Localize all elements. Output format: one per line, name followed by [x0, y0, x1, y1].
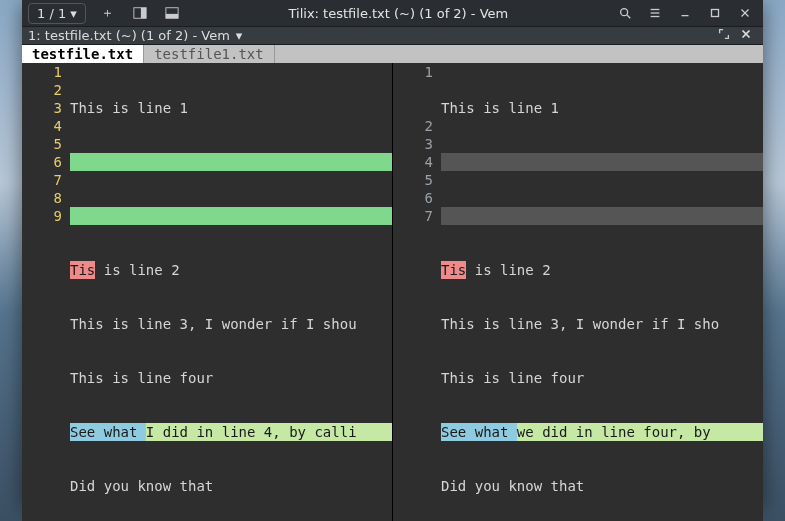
window-titlebar: 1 / 1 ▾ ＋ Tilix: testfile.txt (~) (1 of …: [22, 0, 763, 27]
close-pane-button[interactable]: [735, 27, 757, 44]
text-line: This is line 3, I wonder if I shou: [70, 315, 357, 333]
diff-removed-segment: Tis: [441, 261, 466, 279]
diff-added-line: [70, 153, 392, 171]
line-number: 5: [22, 135, 62, 153]
line-number: 4: [22, 117, 62, 135]
svg-point-4: [621, 9, 628, 16]
new-session-button[interactable]: ＋: [94, 0, 122, 26]
left-pane[interactable]: 1 2 3 4 5 6 7 8 9 This is line 1 Tis is …: [22, 63, 392, 521]
text-line: This is line 3, I wonder if I sho: [441, 315, 719, 333]
line-number: 7: [393, 207, 433, 225]
close-icon: [739, 27, 753, 41]
svg-line-5: [627, 15, 631, 19]
text-line: This is line four: [70, 369, 213, 387]
svg-rect-3: [166, 14, 178, 18]
line-number: 6: [22, 153, 62, 171]
line-number: 2: [393, 117, 433, 135]
diff-filler-line: [441, 207, 763, 225]
right-content[interactable]: This is line 1 Tis is line 2 This is lin…: [441, 63, 763, 521]
line-number: 4: [393, 153, 433, 171]
editor-area: testfile.txt testfile1.txt 1 2 3 4 5 6 7…: [22, 45, 763, 521]
buffer-tab-active[interactable]: testfile.txt: [22, 45, 144, 63]
right-gutter: 1 2 3 4 5 6 7: [393, 63, 441, 521]
line-number: 9: [22, 207, 62, 225]
close-window-button[interactable]: [731, 0, 759, 26]
minimize-button[interactable]: [671, 0, 699, 26]
diff-changed-segment: See what: [441, 423, 517, 441]
diff-changed-segment: we did in line four, by: [517, 423, 763, 441]
terminal-tab-label[interactable]: 1: testfile.txt (~) (1 of 2) - Vem: [28, 28, 230, 43]
session-count: 1 / 1: [37, 6, 66, 21]
buffer-tab-inactive[interactable]: testfile1.txt: [144, 45, 275, 63]
plus-icon: ＋: [101, 4, 114, 22]
diff-filler-line: [441, 153, 763, 171]
terminal-window: 1 / 1 ▾ ＋ Tilix: testfile.txt (~) (1 of …: [22, 0, 763, 505]
buffer-tab-label: testfile.txt: [32, 45, 133, 63]
text-line: is line 2: [95, 261, 179, 279]
buffer-tab-label: testfile1.txt: [154, 45, 264, 63]
text-line: Did you know that: [441, 477, 584, 495]
text-line: is line 2: [466, 261, 550, 279]
text-line: This is line 1: [441, 99, 559, 117]
maximize-icon: [708, 6, 722, 20]
minimize-icon: [678, 6, 692, 20]
split-panes: 1 2 3 4 5 6 7 8 9 This is line 1 Tis is …: [22, 63, 763, 521]
right-pane[interactable]: 1 2 3 4 5 6 7 This is line 1 Tis is line…: [392, 63, 763, 521]
line-number: 5: [393, 171, 433, 189]
close-icon: [738, 6, 752, 20]
svg-rect-1: [141, 8, 146, 19]
line-number: 3: [393, 135, 433, 153]
left-content[interactable]: This is line 1 Tis is line 2 This is lin…: [70, 63, 392, 521]
diff-added-line: [70, 207, 392, 225]
maximize-pane-button[interactable]: [713, 27, 735, 44]
diff-removed-segment: Tis: [70, 261, 95, 279]
expand-icon: [717, 27, 731, 41]
line-number: [393, 81, 433, 99]
text-line: This is line 1: [70, 99, 188, 117]
line-number: 6: [393, 189, 433, 207]
buffer-tab-filler: [275, 45, 763, 63]
chevron-down-icon: ▾: [70, 6, 77, 21]
split-down-icon: [165, 6, 179, 20]
split-down-button[interactable]: [158, 0, 186, 26]
session-selector[interactable]: 1 / 1 ▾: [28, 3, 86, 24]
left-gutter: 1 2 3 4 5 6 7 8 9: [22, 63, 70, 521]
line-number: [393, 99, 433, 117]
text-line: This is line four: [441, 369, 584, 387]
chevron-down-icon[interactable]: ▾: [236, 28, 243, 43]
line-number: 2: [22, 81, 62, 99]
line-number: 1: [22, 63, 62, 81]
window-title: Tilix: testfile.txt (~) (1 of 2) - Vem: [186, 6, 611, 21]
split-right-button[interactable]: [126, 0, 154, 26]
text-line: Did you know that: [70, 477, 213, 495]
menu-button[interactable]: [641, 0, 669, 26]
svg-rect-10: [712, 10, 719, 17]
line-number: 1: [393, 63, 433, 81]
terminal-tabbar: 1: testfile.txt (~) (1 of 2) - Vem ▾: [22, 27, 763, 45]
diff-changed-segment: See what: [70, 423, 146, 441]
maximize-button[interactable]: [701, 0, 729, 26]
line-number: 3: [22, 99, 62, 117]
diff-changed-segment: I did in line 4, by calli: [146, 423, 392, 441]
line-number: 7: [22, 171, 62, 189]
split-right-icon: [133, 6, 147, 20]
search-icon: [618, 6, 632, 20]
search-button[interactable]: [611, 0, 639, 26]
hamburger-icon: [648, 6, 662, 20]
line-number: 8: [22, 189, 62, 207]
buffer-tab-strip: testfile.txt testfile1.txt: [22, 45, 763, 63]
